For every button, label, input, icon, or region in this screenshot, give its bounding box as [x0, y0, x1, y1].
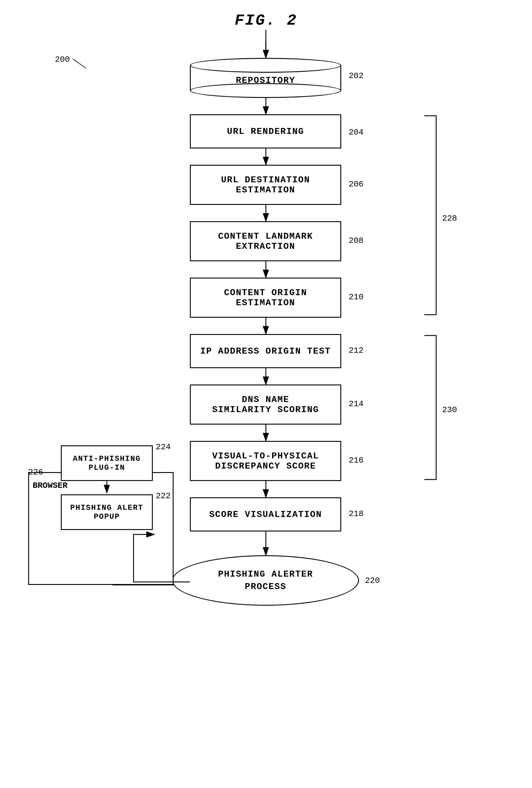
content-landmark-ref: 208 — [349, 236, 364, 245]
group230-ref: 230 — [442, 405, 457, 414]
anti-phishing-label: ANTI-PHISHING PLUG-IN — [73, 454, 141, 472]
ip-address-label: IP ADDRESS ORIGIN TEST — [200, 346, 331, 356]
dns-name-box: DNS NAME SIMILARITY SCORING — [190, 385, 341, 425]
dns-name-ref: 214 — [349, 399, 364, 409]
phishing-popup-ref: 222 — [156, 491, 170, 500]
phishing-alerter-oval: PHISHING ALERTER PROCESS — [172, 555, 359, 606]
visual-physical-box: VISUAL-TO-PHYSICAL DISCREPANCY SCORE — [190, 441, 341, 481]
url-destination-label: URL DESTINATION ESTIMATION — [221, 175, 310, 195]
url-rendering-ref: 204 — [349, 128, 364, 137]
score-vis-box: SCORE VISUALIZATION — [190, 497, 341, 531]
diagram-ref: 200 — [55, 55, 70, 64]
visual-physical-ref: 216 — [349, 456, 364, 465]
repository-node: REPOSITORY — [190, 58, 341, 98]
score-vis-ref: 218 — [349, 509, 364, 518]
phishing-alerter-label: PHISHING ALERTER PROCESS — [218, 568, 313, 593]
phishing-popup-label: PHISHING ALERT POPUP — [70, 503, 143, 521]
content-landmark-box: CONTENT LANDMARK EXTRACTION — [190, 221, 341, 261]
ip-address-ref: 212 — [349, 346, 364, 355]
content-origin-label: CONTENT ORIGIN ESTIMATION — [224, 288, 307, 308]
url-destination-box: URL DESTINATION ESTIMATION — [190, 165, 341, 205]
phishing-alerter-ref: 220 — [365, 576, 380, 585]
content-origin-ref: 210 — [349, 293, 364, 302]
ip-address-box: IP ADDRESS ORIGIN TEST — [190, 334, 341, 368]
visual-physical-label: VISUAL-TO-PHYSICAL DISCREPANCY SCORE — [212, 451, 319, 471]
dns-name-label: DNS NAME SIMILARITY SCORING — [212, 395, 319, 415]
group228-ref: 228 — [442, 214, 457, 223]
svg-line-13 — [73, 59, 86, 68]
url-destination-ref: 206 — [349, 180, 364, 189]
url-rendering-box: URL RENDERING — [190, 114, 341, 149]
repository-ref: 202 — [349, 71, 364, 80]
browser-label: BROWSER — [33, 481, 68, 490]
phishing-popup-box: PHISHING ALERT POPUP — [61, 494, 153, 530]
anti-phishing-ref: 224 — [156, 442, 170, 452]
url-rendering-label: URL RENDERING — [227, 126, 304, 137]
score-vis-label: SCORE VISUALIZATION — [209, 510, 322, 519]
page-title: FIG. 2 — [235, 12, 297, 29]
content-landmark-label: CONTENT LANDMARK EXTRACTION — [218, 231, 313, 252]
browser-ref: 226 — [28, 468, 43, 477]
anti-phishing-box: ANTI-PHISHING PLUG-IN — [61, 445, 153, 481]
content-origin-box: CONTENT ORIGIN ESTIMATION — [190, 278, 341, 318]
